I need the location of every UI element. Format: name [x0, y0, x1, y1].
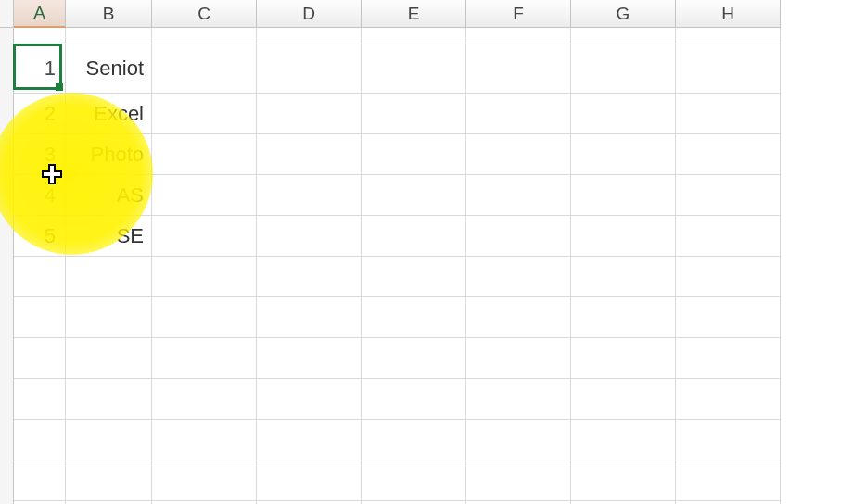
cell-C[interactable]	[152, 257, 257, 297]
cell[interactable]	[257, 28, 362, 44]
cell-D-4[interactable]	[257, 175, 362, 216]
cell-E[interactable]	[362, 460, 466, 501]
cell[interactable]	[66, 28, 152, 44]
cell-D-3[interactable]	[257, 134, 362, 175]
cell-C-1[interactable]	[152, 44, 257, 94]
cell-D[interactable]	[257, 297, 362, 338]
column-header-H[interactable]: H	[676, 0, 781, 28]
cell-A[interactable]	[14, 379, 66, 420]
column-header-F[interactable]: F	[466, 0, 571, 28]
cell-G[interactable]	[571, 338, 676, 379]
cell-F[interactable]	[466, 460, 571, 501]
cell-C[interactable]	[152, 460, 257, 501]
cell-G-3[interactable]	[571, 134, 676, 175]
cell-A[interactable]	[14, 257, 66, 297]
cell-F[interactable]	[466, 257, 571, 297]
cell-F-5[interactable]	[466, 216, 571, 257]
cell-C[interactable]	[152, 420, 257, 460]
cell-B[interactable]	[66, 460, 152, 501]
cell-A-3[interactable]: 3	[14, 134, 66, 175]
cell-H-1[interactable]	[676, 44, 781, 94]
cell-E-2[interactable]	[362, 94, 466, 134]
cell-A[interactable]	[14, 460, 66, 501]
cell-B[interactable]	[66, 379, 152, 420]
cell-C-4[interactable]	[152, 175, 257, 216]
cell-C[interactable]	[152, 297, 257, 338]
cell-E[interactable]	[362, 297, 466, 338]
column-header-G[interactable]: G	[571, 0, 676, 28]
cell-F[interactable]	[466, 297, 571, 338]
cell-H[interactable]	[676, 257, 781, 297]
cell-G[interactable]	[571, 379, 676, 420]
cell-D-1[interactable]	[257, 44, 362, 94]
cell-D[interactable]	[257, 257, 362, 297]
column-header-C[interactable]: C	[152, 0, 257, 28]
cell-G[interactable]	[571, 297, 676, 338]
cell-H[interactable]	[676, 420, 781, 460]
cell-A[interactable]	[14, 297, 66, 338]
cell-H-2[interactable]	[676, 94, 781, 134]
cell-D[interactable]	[257, 420, 362, 460]
column-header-E[interactable]: E	[362, 0, 466, 28]
cell-B-4[interactable]: AS	[66, 175, 152, 216]
cell-B[interactable]	[66, 257, 152, 297]
cell-E[interactable]	[362, 379, 466, 420]
cell-D-5[interactable]	[257, 216, 362, 257]
cell-B[interactable]	[66, 297, 152, 338]
cell-H-5[interactable]	[676, 216, 781, 257]
cell-D[interactable]	[257, 460, 362, 501]
cell[interactable]	[152, 28, 257, 44]
cell-G[interactable]	[571, 460, 676, 501]
cell-E-5[interactable]	[362, 216, 466, 257]
cell-H[interactable]	[676, 297, 781, 338]
cell-H[interactable]	[676, 338, 781, 379]
cell-F-4[interactable]	[466, 175, 571, 216]
cell-G-1[interactable]	[571, 44, 676, 94]
cell[interactable]	[362, 28, 466, 44]
cell[interactable]	[14, 28, 66, 44]
cell-H[interactable]	[676, 379, 781, 420]
cell-C-3[interactable]	[152, 134, 257, 175]
cell-F[interactable]	[466, 379, 571, 420]
cell-F-1[interactable]	[466, 44, 571, 94]
cell-B[interactable]	[66, 338, 152, 379]
select-all-corner[interactable]	[0, 0, 14, 28]
cell-E-1[interactable]	[362, 44, 466, 94]
cell-H-3[interactable]	[676, 134, 781, 175]
cell-A-2[interactable]: 2	[14, 94, 66, 134]
cell[interactable]	[466, 28, 571, 44]
cell-D-2[interactable]	[257, 94, 362, 134]
cell-B-1[interactable]: Seniot	[66, 44, 152, 94]
cell-A-4[interactable]: 4	[14, 175, 66, 216]
cell-F[interactable]	[466, 338, 571, 379]
cell-F[interactable]	[466, 420, 571, 460]
cell-G-5[interactable]	[571, 216, 676, 257]
cell-G-2[interactable]	[571, 94, 676, 134]
cell[interactable]	[676, 28, 781, 44]
cell-A-5[interactable]: 5	[14, 216, 66, 257]
cell-A[interactable]	[14, 420, 66, 460]
cell-D[interactable]	[257, 379, 362, 420]
cell-C[interactable]	[152, 379, 257, 420]
cell-B-3[interactable]: Photo	[66, 134, 152, 175]
cell-H[interactable]	[676, 460, 781, 501]
cell-C[interactable]	[152, 338, 257, 379]
cell-E-4[interactable]	[362, 175, 466, 216]
cell-G[interactable]	[571, 420, 676, 460]
cell-B-2[interactable]: Excel	[66, 94, 152, 134]
column-header-B[interactable]: B	[66, 0, 152, 28]
cell-A[interactable]	[14, 338, 66, 379]
cell-E[interactable]	[362, 257, 466, 297]
cell-G[interactable]	[571, 257, 676, 297]
column-header-A[interactable]: A	[14, 0, 66, 28]
cell-B-5[interactable]: SE	[66, 216, 152, 257]
cell-C-5[interactable]	[152, 216, 257, 257]
cell-A-1[interactable]: 1	[14, 44, 66, 94]
cell-E[interactable]	[362, 420, 466, 460]
grid-body[interactable]: 1Seniot2Excel3Photo4AS5SE	[0, 28, 853, 504]
column-header-D[interactable]: D	[257, 0, 362, 28]
cell-D[interactable]	[257, 338, 362, 379]
cell-G-4[interactable]	[571, 175, 676, 216]
cell[interactable]	[571, 28, 676, 44]
cell-E[interactable]	[362, 338, 466, 379]
